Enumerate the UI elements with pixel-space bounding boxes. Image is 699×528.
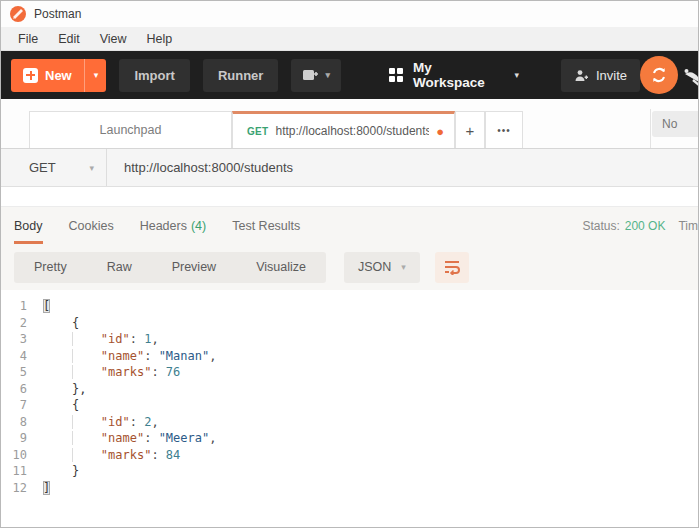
headers-count-badge: (4)	[191, 219, 206, 233]
line-content: "marks": 84	[43, 447, 180, 464]
tab-method-badge: GET	[247, 126, 268, 137]
invite-label: Invite	[596, 68, 627, 83]
workspace-selector[interactable]: My Workspace	[413, 60, 506, 90]
code-line: 5 "marks": 76	[1, 364, 698, 381]
code-line: 10 "marks": 84	[1, 447, 698, 464]
wrap-lines-button[interactable]	[435, 252, 469, 283]
response-tab-label: Body	[14, 219, 43, 233]
response-tab-test-results[interactable]: Test Results	[232, 207, 300, 244]
request-builder-row: GET ▾ http://localhost:8000/students	[1, 149, 698, 187]
title-bar: Postman	[1, 1, 698, 27]
format-dropdown[interactable]: JSON ▾	[344, 252, 420, 283]
tab-url-label: http://localhost:8000/students	[275, 124, 429, 138]
format-value: JSON	[358, 260, 391, 274]
menu-item-help[interactable]: Help	[138, 29, 182, 49]
response-tab-body[interactable]: Body	[14, 207, 43, 244]
view-mode-raw[interactable]: Raw	[87, 252, 152, 283]
code-line: 9 "name": "Meera",	[1, 430, 698, 447]
line-content: }	[43, 463, 79, 480]
wrap-lines-icon	[443, 259, 461, 275]
code-line: 8 "id": 2,	[1, 414, 698, 431]
line-number: 6	[1, 381, 43, 398]
menu-item-file[interactable]: File	[9, 29, 47, 49]
status-label: Status:	[582, 219, 619, 233]
new-window-icon	[302, 68, 318, 82]
environment-selector[interactable]: No	[652, 111, 699, 137]
new-window-caret-icon: ▾	[325, 70, 330, 80]
postman-window: Postman FileEditViewHelp New ▾ Import Ru…	[0, 0, 699, 528]
line-content: "name": "Manan",	[43, 348, 216, 365]
view-mode-pretty[interactable]: Pretty	[14, 252, 87, 283]
line-content: "id": 2,	[43, 414, 159, 431]
line-number: 12	[1, 480, 43, 497]
response-tabs: BodyCookiesHeaders(4)Test Results Status…	[1, 207, 698, 244]
new-button-label: New	[45, 68, 72, 83]
code-line: 2 {	[1, 315, 698, 332]
response-tab-cookies[interactable]: Cookies	[69, 207, 114, 244]
response-body-editor[interactable]: 1[2 {3 "id": 1,4 "name": "Manan",5 "mark…	[1, 290, 698, 527]
unsaved-changes-dot-icon: ●	[436, 125, 444, 138]
plus-icon	[23, 68, 38, 83]
code-line: 3 "id": 1,	[1, 331, 698, 348]
response-tab-headers[interactable]: Headers(4)	[140, 207, 207, 244]
response-tab-label: Headers	[140, 219, 187, 233]
menu-item-edit[interactable]: Edit	[49, 29, 89, 49]
new-window-button[interactable]: ▾	[291, 59, 341, 92]
workspace-caret-icon[interactable]: ▾	[514, 70, 519, 80]
response-status: Status: 200 OK Tim	[582, 207, 698, 244]
line-content: },	[43, 381, 86, 398]
line-number: 7	[1, 397, 43, 414]
workspace-grid-icon[interactable]	[389, 68, 403, 82]
menu-item-view[interactable]: View	[91, 29, 136, 49]
tab-active-request[interactable]: GET http://localhost:8000/students ●	[232, 111, 455, 148]
line-number: 8	[1, 414, 43, 431]
format-caret-icon: ▾	[401, 262, 406, 272]
line-number: 10	[1, 447, 43, 464]
line-content: {	[43, 315, 79, 332]
line-number: 1	[1, 298, 43, 315]
line-number: 4	[1, 348, 43, 365]
response-tab-label: Cookies	[69, 219, 114, 233]
method-value: GET	[29, 160, 89, 175]
new-button[interactable]: New ▾	[11, 59, 106, 92]
line-content: "name": "Meera",	[43, 430, 216, 447]
request-tab-strip: Launchpad GET http://localhost:8000/stud…	[1, 99, 698, 149]
window-title: Postman	[34, 7, 81, 21]
code-line: 4 "name": "Manan",	[1, 348, 698, 365]
response-header: BodyCookiesHeaders(4)Test Results Status…	[1, 207, 698, 290]
invite-person-icon	[574, 69, 589, 82]
line-content: ]	[43, 480, 50, 497]
code-line: 12]	[1, 480, 698, 497]
line-content: {	[43, 397, 79, 414]
method-dropdown[interactable]: GET ▾	[1, 149, 107, 186]
sync-status-button[interactable]	[640, 56, 678, 94]
view-mode-preview[interactable]: Preview	[152, 252, 236, 283]
divider	[1, 187, 698, 207]
response-view-options: PrettyRawPreviewVisualize JSON ▾	[1, 244, 698, 290]
line-content: [	[43, 298, 50, 315]
invite-button[interactable]: Invite	[561, 59, 640, 92]
import-button[interactable]: Import	[119, 59, 189, 92]
tab-launchpad[interactable]: Launchpad	[29, 111, 232, 148]
line-number: 11	[1, 463, 43, 480]
satellite-icon[interactable]	[683, 64, 698, 92]
main-toolbar: New ▾ Import Runner ▾ My Workspace ▾ Inv…	[1, 51, 698, 99]
tab-options-button[interactable]: •••	[485, 111, 523, 148]
line-content: "id": 1,	[43, 331, 159, 348]
new-dropdown-caret-icon[interactable]: ▾	[84, 59, 107, 92]
url-input[interactable]: http://localhost:8000/students	[107, 149, 698, 186]
response-tab-label: Test Results	[232, 219, 300, 233]
new-button-main[interactable]: New	[11, 68, 84, 83]
status-value: 200 OK	[625, 219, 666, 233]
line-number: 3	[1, 331, 43, 348]
divider	[650, 109, 651, 148]
code-line: 6 },	[1, 381, 698, 398]
view-mode-segment: PrettyRawPreviewVisualize	[14, 252, 326, 283]
time-label: Tim	[678, 219, 698, 233]
line-number: 9	[1, 430, 43, 447]
open-new-tab-button[interactable]: +	[455, 111, 485, 148]
line-content: "marks": 76	[43, 364, 180, 381]
code-line: 11 }	[1, 463, 698, 480]
runner-button[interactable]: Runner	[203, 59, 279, 92]
view-mode-visualize[interactable]: Visualize	[236, 252, 326, 283]
